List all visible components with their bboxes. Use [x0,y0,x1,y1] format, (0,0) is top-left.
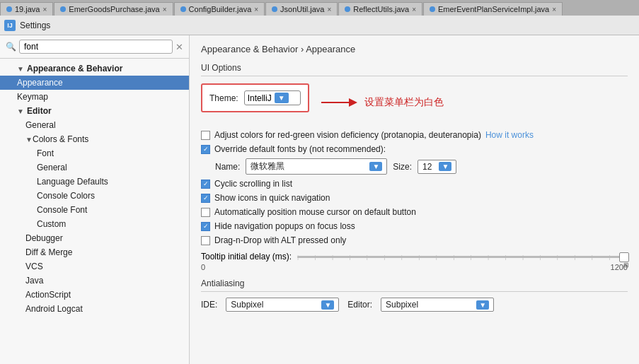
search-input[interactable] [19,40,173,54]
tab-label: ConfigBuilder.java [189,5,252,13]
tab-label: EmerEventPlanServiceImpl.java [438,5,549,13]
font-size-dropdown[interactable]: 12 ▼ [418,160,456,174]
editor-antialiasing-dropdown[interactable]: Subpixel ▼ [381,298,494,312]
sidebar-item-console-colors[interactable]: Console Colors [0,189,189,203]
option-dragndrop: Drag-n-Drop with ALT pressed only [201,233,628,247]
sidebar-item-colors-fonts[interactable]: ▼ Colors & Fonts [0,132,189,146]
annotation: 设置菜单栏为白色 [318,95,444,110]
tab-label: ReflectUtils.java [353,5,409,13]
checkbox-cyclic[interactable] [201,180,210,189]
font-name-arrow: ▼ [369,162,382,171]
option-show-icons: Show icons in quick navigation [201,191,628,205]
search-clear-icon[interactable]: ✕ [175,42,183,52]
font-name-dropdown[interactable]: 微软雅黑 ▼ [246,158,387,175]
sidebar-item-general[interactable]: General [0,118,189,132]
sidebar: 🔍 ✕ ▼ Appearance & Behavior Appearance [0,35,190,364]
tab-label: 19.java [15,5,40,13]
tab-close-icon[interactable]: × [254,6,258,13]
nav-item-label: Font [37,148,54,158]
sidebar-item-appearance[interactable]: Appearance [0,76,189,90]
tab-close-icon[interactable]: × [412,6,416,13]
slider-track-container: |||||||||||||||||||| ⊞ [297,256,628,258]
sidebar-item-vcs[interactable]: VCS [0,259,189,274]
checkbox-redgreen[interactable] [201,131,210,140]
font-size-value: 12 [422,162,432,172]
main-layout: 🔍 ✕ ▼ Appearance & Behavior Appearance [0,35,639,364]
nav-item-label: ActionScript [25,290,71,300]
tab-jsonutil[interactable]: JsonUtil.java × [265,2,338,16]
ide-antialiasing-dropdown[interactable]: Subpixel ▼ [226,298,339,312]
app-icon: IJ [4,20,16,31]
sidebar-item-font[interactable]: Font [0,146,189,160]
checkbox-hide-nav[interactable] [201,222,210,231]
nav-item-label: Java [25,276,43,286]
sidebar-item-java[interactable]: Java [0,274,189,288]
tab-java[interactable]: 19.java × [0,2,53,16]
checkbox-show-icons[interactable] [201,194,210,203]
search-bar: 🔍 ✕ [0,35,189,59]
slider-max-icon: ⊞ [623,262,629,269]
sidebar-item-console-font[interactable]: Console Font [0,203,189,217]
nav-section-label: Appearance & Behavior [27,64,122,74]
option-auto-position: Automatically position mouse cursor on d… [201,205,628,219]
tab-close-icon[interactable]: × [42,6,47,13]
tab-close-icon[interactable]: × [327,6,331,13]
option-override-fonts: Override default fonts by (not recommend… [201,142,628,156]
ide-label: IDE: [201,300,217,310]
nav-section-header-appearance-behavior[interactable]: ▼ Appearance & Behavior [0,61,189,76]
editor-label: Editor: [347,300,372,310]
tab-close-icon[interactable]: × [552,6,556,13]
option-label-auto-position: Automatically position mouse cursor on d… [214,207,416,217]
content-area: Appearance & Behavior › Appearance UI Op… [190,35,639,364]
sidebar-item-android-logcat[interactable]: Android Logcat [0,302,189,316]
theme-dropdown-arrow: ▼ [275,93,289,103]
tab-dot [430,6,435,12]
tab-reflectutils[interactable]: ReflectUtils.java × [338,2,422,16]
chevron-down-icon: ▼ [25,136,33,143]
slider-row: Tooltip initial delay (ms): ||||||||||||… [201,252,628,262]
sidebar-item-general-sub[interactable]: General [0,160,189,175]
nav-item-label: Console Font [37,205,87,215]
chevron-down-icon: ▼ [17,107,24,115]
theme-dropdown[interactable]: IntelliJ ▼ [244,90,301,105]
slider-thumb[interactable] [619,252,629,262]
nav-item-label: Language Defaults [37,177,108,187]
checkbox-auto-position[interactable] [201,208,210,217]
slider-labels: 0 1200 [201,263,628,271]
tab-emerevent[interactable]: EmerEventPlanServiceImpl.java × [423,2,563,16]
sidebar-item-keymap[interactable]: Keymap [0,90,189,104]
tab-label: JsonUtil.java [280,5,324,13]
option-label-redgreen: Adjust colors for red-green vision defic… [214,130,481,140]
tab-dot [6,6,12,12]
nav-item-label: Custom [37,219,66,229]
window-title: Settings [20,20,50,30]
sidebar-item-debugger[interactable]: Debugger [0,231,189,245]
tab-configbuilder[interactable]: ConfigBuilder.java × [174,2,265,16]
name-label: Name: [215,162,240,172]
checkbox-dragndrop[interactable] [201,236,210,245]
title-bar: IJ Settings [0,16,639,35]
nav-tree: ▼ Appearance & Behavior Appearance Keyma… [0,59,189,364]
antialiasing-section: Antialiasing IDE: Subpixel ▼ Editor: Sub… [201,278,628,312]
sidebar-item-custom[interactable]: Custom [0,217,189,231]
editor-aa-arrow: ▼ [476,300,489,310]
editor-aa-value: Subpixel [386,300,418,310]
checkbox-override-fonts[interactable] [201,145,210,154]
nav-section-header-editor[interactable]: ▼ Editor [0,104,189,118]
sidebar-item-diff-merge[interactable]: Diff & Merge [0,245,189,259]
nav-section-appearance-behavior: ▼ Appearance & Behavior Appearance Keyma… [0,61,189,104]
tab-emergoods[interactable]: EmerGoodsPurchase.java × [54,2,173,16]
sidebar-item-language-defaults[interactable]: Language Defaults [0,175,189,189]
tab-close-icon[interactable]: × [163,6,167,13]
nav-item-label: Colors & Fonts [33,134,88,144]
slider-ticks: |||||||||||||||||||| [297,256,628,258]
nav-item-label: Keymap [17,92,48,102]
tab-label: EmerGoodsPurchase.java [69,5,159,13]
font-settings-row: Name: 微软雅黑 ▼ Size: 12 ▼ [201,156,628,177]
sidebar-item-actionscript[interactable]: ActionScript [0,288,189,302]
nav-item-label: Debugger [25,233,63,243]
theme-label: Theme: [209,93,238,103]
how-it-works-link[interactable]: How it works [485,130,534,140]
option-hide-nav: Hide navigation popups on focus loss [201,219,628,233]
nav-item-label: Console Colors [37,191,95,201]
